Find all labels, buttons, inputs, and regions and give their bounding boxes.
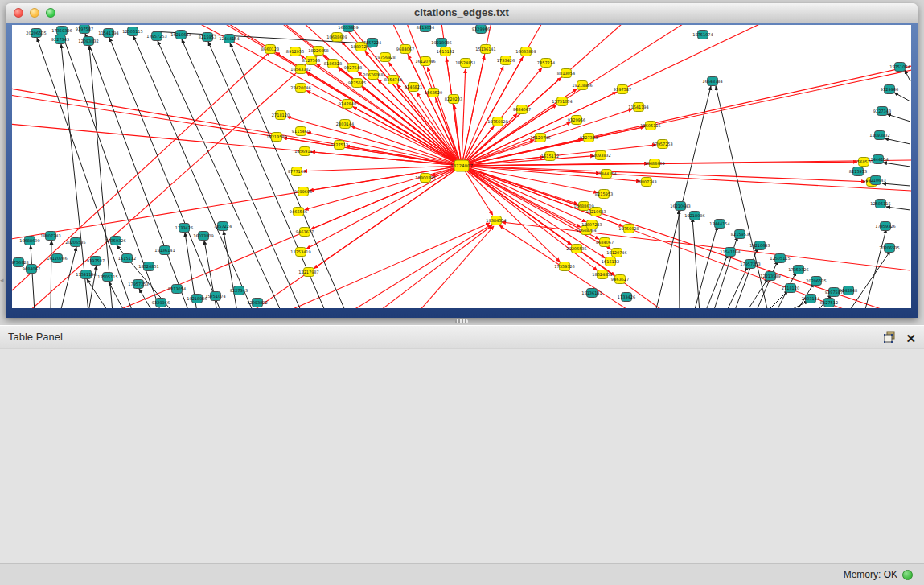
graph-node[interactable]: 20206535 <box>879 244 899 253</box>
graph-node[interactable]: 12444154 <box>596 170 616 179</box>
graph-node[interactable]: 8813054 <box>417 25 434 32</box>
graph-node[interactable]: 17359326 <box>51 27 72 35</box>
graph-node[interactable]: 16210643 <box>749 241 770 250</box>
graph-node[interactable]: 11541194 <box>98 29 118 38</box>
graph-node[interactable]: 11541194 <box>628 103 648 112</box>
graph-node[interactable]: 8186328 <box>324 60 342 68</box>
graph-node[interactable]: 7857224 <box>214 222 232 231</box>
graph-node[interactable]: 16033809 <box>515 47 536 56</box>
float-panel-icon[interactable] <box>884 331 896 346</box>
graph-node[interactable]: 9146821 <box>405 83 422 92</box>
graph-node[interactable]: 9115460 <box>292 127 310 136</box>
graph-node[interactable]: 2803144 <box>336 120 354 129</box>
graph-node[interactable]: 11541194 <box>76 270 96 279</box>
graph-node[interactable]: 9329966 <box>472 25 490 34</box>
graph-node[interactable]: 9684067 <box>513 105 531 114</box>
graph-node[interactable]: 15136141 <box>154 246 175 255</box>
graph-node[interactable]: 9465546 <box>290 208 307 216</box>
graph-node[interactable]: 20676068 <box>363 71 383 80</box>
graph-node[interactable]: 19218986 <box>187 295 207 303</box>
window-titlebar[interactable]: citations_edges.txt <box>6 3 918 23</box>
minimize-window-button[interactable] <box>30 8 39 18</box>
graph-node[interactable]: 8813054 <box>168 285 186 294</box>
graph-node[interactable]: 12093832 <box>590 151 610 160</box>
graph-node[interactable]: 17957253 <box>128 280 148 289</box>
graph-node[interactable]: 12217987 <box>298 268 318 277</box>
graph-node[interactable]: 15136141 <box>581 289 602 298</box>
graph-node[interactable]: 16120746 <box>606 249 626 257</box>
graph-node[interactable]: 19218986 <box>572 81 592 90</box>
graph-node[interactable]: 1568520 <box>425 89 442 97</box>
graph-node[interactable]: 17957253 <box>652 140 672 149</box>
graph-node[interactable]: 12505115 <box>770 254 790 263</box>
graph-node[interactable]: 2803144 <box>802 295 819 303</box>
graph-node[interactable]: 1615132 <box>437 47 454 56</box>
graph-node[interactable]: 9275685 <box>348 79 366 88</box>
graph-node[interactable]: 9227343 <box>580 134 598 142</box>
graph-node[interactable]: 17957253 <box>146 32 166 41</box>
graph-node[interactable]: 15136141 <box>475 45 495 54</box>
graph-node[interactable]: 18807243 <box>636 178 656 187</box>
graph-node[interactable]: 10688609 <box>326 33 347 42</box>
memory-ok-indicator-icon[interactable] <box>902 570 913 580</box>
graph-node[interactable]: 1733426 <box>175 224 193 233</box>
graph-node[interactable]: 1615132 <box>602 257 619 266</box>
graph-node[interactable]: 8813054 <box>557 69 575 78</box>
graph-node[interactable]: 16033809 <box>338 25 358 32</box>
graph-node[interactable]: 18226058 <box>308 47 328 56</box>
network-canvas[interactable]: 8660123891295518226058812750316543382818… <box>12 25 911 308</box>
graph-node[interactable]: 11253419 <box>290 248 310 257</box>
graph-node[interactable]: 16210643 <box>170 31 191 39</box>
graph-node[interactable]: 16120746 <box>530 134 550 142</box>
zoom-window-button[interactable] <box>46 8 55 18</box>
graph-node[interactable]: 20206535 <box>65 238 85 247</box>
graph-node[interactable]: 9227343 <box>51 35 69 44</box>
graph-node[interactable]: 18524851 <box>138 262 158 271</box>
graph-node[interactable]: 17359326 <box>788 266 808 274</box>
graph-node[interactable]: 12093832 <box>869 131 889 140</box>
graph-node[interactable]: 9699695 <box>294 187 312 196</box>
graph-node[interactable]: 12444154 <box>709 220 729 229</box>
graph-node[interactable]: 9397587 <box>87 257 105 266</box>
graph-node[interactable]: 19218986 <box>431 39 451 47</box>
graph-node[interactable]: 18524851 <box>592 270 612 279</box>
graph-node[interactable]: 16033809 <box>193 232 213 241</box>
graph-node[interactable]: 15751074 <box>552 97 572 106</box>
graph-node[interactable]: 9684067 <box>596 238 614 247</box>
graph-node[interactable]: 9327548 <box>344 64 362 72</box>
graph-node[interactable]: 16210643 <box>670 202 690 211</box>
graph-node[interactable]: 8660123 <box>261 45 279 54</box>
graph-node[interactable]: 17359326 <box>554 262 574 271</box>
close-window-button[interactable] <box>14 8 23 18</box>
graph-node[interactable]: 8215953 <box>731 230 749 239</box>
close-panel-icon[interactable]: ✕ <box>906 332 916 345</box>
graph-node[interactable]: 7857224 <box>537 59 555 68</box>
graph-node[interactable]: 19756928 <box>487 117 507 126</box>
graph-node[interactable]: 8127503 <box>302 56 320 65</box>
graph-node[interactable]: 8912955 <box>286 47 304 56</box>
graph-node[interactable]: 14569117 <box>294 147 314 156</box>
graph-node[interactable]: 16120746 <box>47 254 67 263</box>
panel-resize-grip[interactable] <box>455 319 468 323</box>
graph-node[interactable]: 8215953 <box>849 167 867 176</box>
graph-node[interactable]: 15751074 <box>205 292 225 301</box>
graph-node[interactable]: 18524851 <box>455 59 475 68</box>
graph-node[interactable]: 19218986 <box>684 212 704 220</box>
graph-node[interactable]: 9329966 <box>568 116 585 125</box>
graph-node[interactable]: 1733426 <box>497 56 515 65</box>
graph-node[interactable]: 12093832 <box>78 37 98 46</box>
graph-node[interactable]: 12213589 <box>266 133 286 142</box>
graph-node[interactable]: 20206535 <box>566 245 586 253</box>
graph-node[interactable]: 1615132 <box>118 254 136 263</box>
graph-node[interactable]: 9777169 <box>288 167 306 176</box>
graph-node[interactable]: 8454749 <box>384 76 402 84</box>
graph-node[interactable]: 9684067 <box>396 45 414 54</box>
graph-node[interactable]: 9397587 <box>76 25 93 34</box>
graph-node[interactable]: 20206535 <box>806 277 826 286</box>
graph-node[interactable]: 18807243 <box>40 232 60 241</box>
graph-node[interactable]: 10688609 <box>19 237 39 245</box>
graph-node[interactable]: 8215953 <box>595 190 613 199</box>
graph-node[interactable]: 9463627 <box>611 275 629 284</box>
graph-node[interactable]: 12444154 <box>219 35 239 43</box>
graph-node[interactable]: 8220203 <box>445 95 462 104</box>
